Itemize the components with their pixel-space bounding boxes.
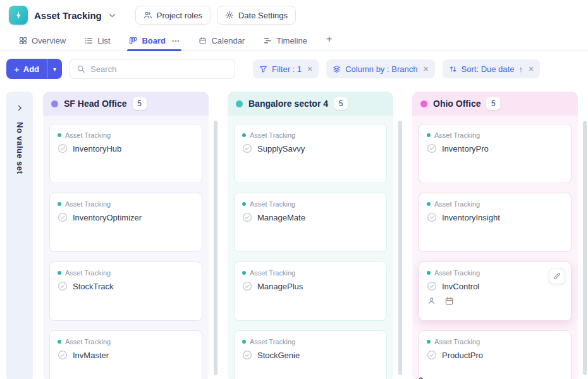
date-settings-label: Date Settings xyxy=(238,11,288,20)
tab-label: Calendar xyxy=(211,36,245,45)
project-dot-icon xyxy=(242,202,246,206)
card-meta-icons xyxy=(427,296,563,306)
project-dot-icon xyxy=(58,133,61,137)
column-scrollbar[interactable] xyxy=(583,121,587,375)
bolt-icon xyxy=(14,11,23,20)
search-input[interactable] xyxy=(90,64,228,74)
check-circle-icon[interactable] xyxy=(427,212,437,222)
check-circle-icon[interactable] xyxy=(58,350,68,360)
sort-chip[interactable]: Sort: Due date ↑ × xyxy=(443,59,541,78)
board-tab-more-icon[interactable]: ••• xyxy=(172,38,180,44)
add-view-button[interactable]: + xyxy=(326,33,333,51)
project-dot-icon xyxy=(242,340,246,344)
check-circle-icon[interactable] xyxy=(427,350,437,360)
column-header[interactable]: Ohio Office 5 xyxy=(412,92,578,116)
task-card[interactable]: Asset Tracking StockTrack xyxy=(49,262,202,321)
task-card[interactable]: Asset Tracking StockGenie xyxy=(234,330,387,379)
filter-chip[interactable]: Filter : 1 × xyxy=(253,59,319,78)
column-cards: Asset Tracking InventoryPro Asset Tracki… xyxy=(412,116,578,379)
task-card[interactable]: Asset Tracking SupplySavvy xyxy=(234,124,387,183)
assignee-icon[interactable] xyxy=(427,296,436,306)
tab-list[interactable]: List xyxy=(85,36,110,51)
add-caret-button[interactable]: ▾ xyxy=(47,59,62,79)
check-circle-icon[interactable] xyxy=(427,143,437,153)
sort-icon xyxy=(449,65,457,73)
date-settings-button[interactable]: Date Settings xyxy=(217,6,296,25)
card-project-row: Asset Tracking xyxy=(242,131,379,139)
column-dot-icon xyxy=(236,100,243,107)
card-title: InvControl xyxy=(442,282,479,291)
task-card[interactable]: Asset Tracking InventoryOptimizer xyxy=(49,193,202,252)
filter-chips: Filter : 1 × Column by : Branch × Sort: … xyxy=(253,59,540,78)
column-header[interactable]: Bangalore sector 4 5 xyxy=(228,92,393,116)
task-card[interactable]: Asset Tracking ManageMate xyxy=(234,193,387,252)
app-header: Asset Tracking Project roles Date Settin… xyxy=(0,0,588,30)
project-dot-icon xyxy=(427,271,431,275)
task-card-hovered[interactable]: Asset Tracking InvControl xyxy=(419,262,572,321)
task-card[interactable]: Asset Tracking InvMaster xyxy=(49,330,202,379)
check-circle-icon[interactable] xyxy=(242,350,252,360)
tab-calendar[interactable]: Calendar xyxy=(199,36,245,51)
column-scrollbar[interactable] xyxy=(214,121,217,375)
card-project-row: Asset Tracking xyxy=(427,131,563,139)
task-card[interactable]: Asset Tracking InventoryInsight xyxy=(419,193,572,252)
column-count-badge: 5 xyxy=(486,97,500,110)
project-dot-icon xyxy=(427,202,431,206)
search-icon xyxy=(77,64,85,73)
check-circle-icon[interactable] xyxy=(242,143,252,153)
project-dot-icon xyxy=(58,271,61,275)
card-project-label: Asset Tracking xyxy=(65,338,111,346)
card-title: InventoryOptimizer xyxy=(73,213,142,222)
column-cards: Asset Tracking InventoryHub Asset Tracki… xyxy=(43,116,209,379)
check-circle-icon[interactable] xyxy=(242,212,252,222)
view-tabs: Overview List Board ••• Calendar Timelin… xyxy=(0,30,588,51)
check-circle-icon[interactable] xyxy=(58,212,68,222)
filter-chip-label: Filter : 1 xyxy=(272,64,302,74)
column-name: Ohio Office xyxy=(433,99,481,109)
chevron-down-icon[interactable] xyxy=(108,11,116,20)
tab-label: List xyxy=(97,36,110,45)
column-header[interactable]: SF Head Office 5 xyxy=(43,92,209,116)
board-column-sf-head-office: SF Head Office 5 Asset Tracking Inventor… xyxy=(43,92,209,379)
card-project-label: Asset Tracking xyxy=(434,338,480,346)
check-circle-icon[interactable] xyxy=(427,281,437,291)
due-date-icon[interactable] xyxy=(444,296,454,306)
close-icon[interactable]: × xyxy=(529,64,534,74)
tab-overview[interactable]: Overview xyxy=(19,36,66,51)
caret-down-icon: ▾ xyxy=(53,66,56,73)
tab-timeline[interactable]: Timeline xyxy=(264,36,307,51)
task-card[interactable]: Asset Tracking InventoryPro xyxy=(419,124,572,183)
project-dot-icon xyxy=(58,202,61,206)
check-circle-icon[interactable] xyxy=(242,281,252,291)
check-circle-icon[interactable] xyxy=(58,143,68,153)
card-title: InventoryPro xyxy=(442,144,489,153)
board-icon xyxy=(129,37,137,45)
project-roles-button[interactable]: Project roles xyxy=(135,6,211,25)
task-card[interactable]: Asset Tracking ManagePlus xyxy=(234,262,387,321)
task-card[interactable]: Asset Tracking ProductPro xyxy=(419,330,572,379)
project-roles-label: Project roles xyxy=(157,11,202,20)
sort-direction-arrow: ↑ xyxy=(518,64,523,74)
project-dot-icon xyxy=(242,133,246,137)
task-card[interactable]: Asset Tracking InventoryHub xyxy=(49,124,202,183)
card-project-label: Asset Tracking xyxy=(250,338,295,346)
tab-board[interactable]: Board ••• xyxy=(129,36,180,51)
card-project-row: Asset Tracking xyxy=(58,200,194,208)
collapsed-group-no-value-set[interactable]: No value set xyxy=(6,92,33,379)
gear-icon xyxy=(225,11,234,20)
column-scrollbar[interactable] xyxy=(398,121,402,375)
card-project-label: Asset Tracking xyxy=(250,200,295,208)
add-button[interactable]: + Add xyxy=(6,59,47,79)
search-box[interactable] xyxy=(70,59,235,79)
collapsed-group-label: No value set xyxy=(15,122,25,174)
edit-button[interactable] xyxy=(549,268,565,284)
column-name: SF Head Office xyxy=(64,99,127,109)
column-by-chip[interactable]: Column by : Branch × xyxy=(326,59,434,78)
timeline-icon xyxy=(264,37,272,45)
chevron-right-icon[interactable] xyxy=(16,104,23,112)
close-icon[interactable]: × xyxy=(423,64,428,74)
card-project-label: Asset Tracking xyxy=(250,269,295,277)
close-icon[interactable]: × xyxy=(307,64,312,74)
app-logo xyxy=(9,6,28,25)
check-circle-icon[interactable] xyxy=(58,281,68,291)
